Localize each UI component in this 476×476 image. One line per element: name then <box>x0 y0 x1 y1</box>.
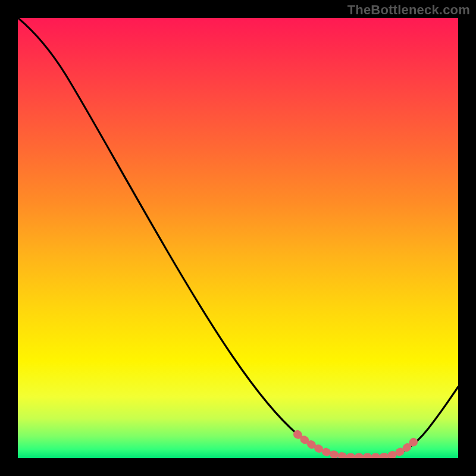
chart-frame: TheBottleneck.com <box>0 0 476 476</box>
plot-area <box>18 18 458 458</box>
curve-path <box>18 18 458 457</box>
optimal-band-end <box>409 438 418 446</box>
attribution-text: TheBottleneck.com <box>347 2 470 18</box>
optimal-band-start <box>293 430 302 439</box>
optimal-band-path <box>298 434 414 457</box>
bottleneck-curve <box>18 18 458 458</box>
